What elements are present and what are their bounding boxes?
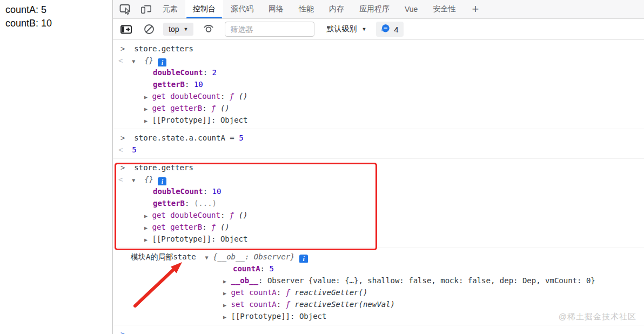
console-output: > store.getters< ▼ {} idoubleCount: 2get… — [113, 40, 644, 334]
tab-性能[interactable]: 性能 — [291, 0, 321, 18]
console-sidebar-icon[interactable] — [120, 25, 132, 34]
info-badge-icon[interactable]: i — [158, 177, 166, 185]
console-token — [135, 56, 144, 65]
console-token: __ob__ — [231, 276, 258, 285]
console-token: 10 — [194, 80, 203, 89]
console-line: < ▼ {} i — [113, 173, 644, 185]
console-token — [135, 175, 144, 184]
console-token — [153, 175, 158, 184]
console-token: [[Prototype]] — [152, 116, 211, 124]
console-line: ▶ get countA: ƒ reactiveGetter() — [113, 286, 644, 298]
console-token: : — [202, 223, 211, 231]
message-count: 4 — [394, 25, 398, 34]
live-expression-eye-icon[interactable] — [202, 24, 215, 34]
console-token: set countA — [231, 300, 276, 309]
rendered-page: countA: 5 countB: 10 — [0, 0, 112, 334]
console-line: countA: 5 — [113, 263, 644, 275]
console-token: ƒ — [230, 92, 234, 101]
console-token — [123, 145, 132, 154]
info-badge-icon[interactable]: i — [299, 255, 308, 263]
tab-网络[interactable]: 网络 — [261, 0, 291, 18]
console-token: : — [211, 235, 220, 243]
console-token: () — [216, 223, 229, 231]
lazy-getter-ellipsis[interactable]: (...) — [194, 199, 217, 208]
console-line: ▶ __ob__: Observer {value: {…}, shallow:… — [113, 275, 644, 286]
console-token: doubleCount — [153, 68, 203, 77]
clear-console-icon[interactable] — [144, 24, 155, 35]
info-badge-icon[interactable]: i — [158, 58, 166, 66]
console-token: getterB — [153, 80, 185, 89]
tab-内存[interactable]: 内存 — [321, 0, 352, 18]
console-token: Object — [220, 235, 248, 243]
console-token — [208, 252, 212, 261]
chat-bubble-icon — [381, 24, 390, 35]
console-token: : — [203, 68, 212, 77]
tab-Vue[interactable]: Vue — [397, 0, 425, 18]
console-token — [123, 175, 132, 184]
console-token — [196, 252, 205, 261]
log-levels-dropdown[interactable]: 默认级别 ▼ — [326, 24, 366, 34]
chevron-down-icon: ▼ — [183, 26, 188, 32]
page-text-countb: countB: 10 — [5, 17, 107, 30]
console-token: doubleCount — [153, 187, 203, 196]
devtools-panel: 元素控制台源代码网络性能内存应用程序Vue安全性 + top ▼ — [112, 0, 644, 334]
plus-icon: + — [472, 2, 479, 16]
console-token: get getterB — [152, 223, 202, 231]
console-token: : — [202, 104, 211, 112]
tabbar-icons — [113, 0, 155, 18]
tab-安全性[interactable]: 安全性 — [425, 0, 463, 18]
console-token: : — [203, 187, 212, 196]
message-count-badge[interactable]: 4 — [376, 22, 403, 37]
console-token: 5 — [239, 133, 243, 142]
console-token: : — [220, 211, 230, 219]
console-token: () — [234, 211, 247, 219]
inspect-element-icon[interactable] — [119, 3, 131, 15]
console-token: : — [258, 276, 267, 285]
tab-元素[interactable]: 元素 — [155, 0, 185, 18]
console-line: ▶ get getterB: ƒ () — [113, 102, 644, 114]
console-token — [295, 252, 299, 261]
more-tabs-button[interactable]: + — [463, 0, 487, 18]
console-token: get doubleCount — [152, 92, 220, 101]
console-line: ▶ get doubleCount: ƒ () — [113, 209, 644, 221]
watermark: @稀土掘金技术社区 — [559, 312, 636, 322]
console-token — [123, 56, 132, 65]
console-token: store.getters — [125, 163, 193, 172]
console-token: 5 — [269, 264, 273, 273]
console-token: : — [185, 80, 194, 89]
console-line: doubleCount: 2 — [113, 66, 644, 78]
console-token: Observer {value: {…}, shallow: false, mo… — [267, 276, 595, 285]
console-token: ƒ — [230, 211, 234, 219]
tab-控制台[interactable]: 控制台 — [185, 0, 223, 18]
console-token: () — [216, 104, 229, 112]
console-token: [[Prototype]] — [152, 235, 211, 243]
context-selector[interactable]: top ▼ — [163, 23, 193, 36]
console-line: getterB: (...) — [113, 197, 644, 209]
filter-input[interactable] — [225, 22, 314, 37]
console-token: : — [220, 92, 230, 101]
console-token: : — [185, 199, 194, 208]
console-token: reactiveSetter(newVal) — [290, 300, 395, 309]
console-line: doubleCount: 10 — [113, 185, 644, 197]
console-token: : — [277, 300, 286, 309]
console-token — [153, 56, 158, 65]
console-token: 10 — [212, 187, 222, 196]
device-toolbar-icon[interactable] — [140, 3, 152, 15]
console-token: reactiveGetter() — [290, 288, 367, 297]
console-token: ƒ — [286, 288, 290, 297]
console-toolbar: top ▼ 默认级别 ▼ 4 — [113, 19, 644, 40]
context-label: top — [169, 25, 179, 34]
log-levels-label: 默认级别 — [326, 24, 357, 34]
tab-源代码[interactable]: 源代码 — [223, 0, 261, 18]
console-line: ▶ set countA: ƒ reactiveSetter(newVal) — [113, 298, 644, 310]
console-token: get countA — [231, 288, 276, 297]
console-token: : — [211, 116, 220, 124]
console-line: ▶ get doubleCount: ƒ () — [113, 90, 644, 102]
console-token: : — [277, 288, 286, 297]
console-line: < 5 — [113, 144, 644, 156]
console-token: 2 — [212, 68, 217, 77]
console-token: store.getters — [125, 44, 193, 53]
console-prompt-chevron[interactable]: > — [120, 330, 125, 334]
console-line: < ▼ {} i — [113, 55, 644, 66]
tab-应用程序[interactable]: 应用程序 — [352, 0, 397, 18]
